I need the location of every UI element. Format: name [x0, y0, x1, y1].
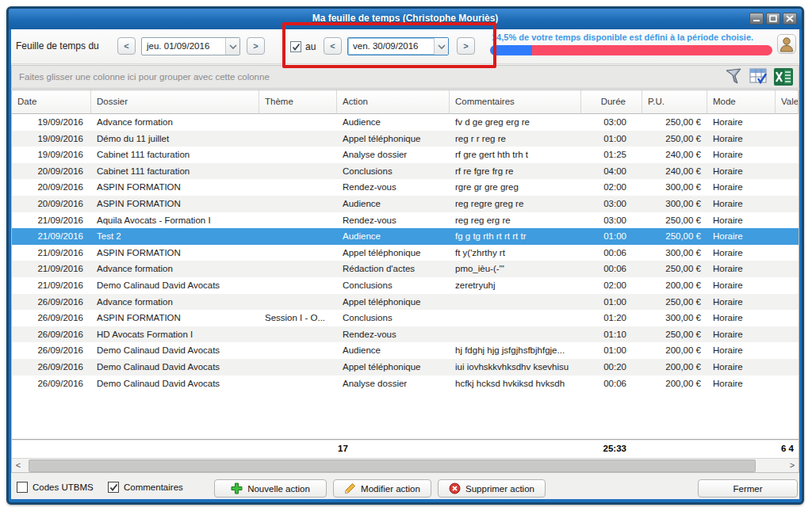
table-row[interactable]: 21/09/2016ASPIN FORMATIONAppel téléphoni…: [12, 245, 799, 261]
user-button[interactable]: [777, 34, 796, 54]
column-header-commentaires[interactable]: Commentaires: [450, 90, 581, 114]
cell-pu: 250,00 €: [642, 294, 707, 311]
table-row[interactable]: 21/09/2016Aquila Avocats - Formation IRe…: [12, 212, 799, 229]
table-body: 19/09/2016Advance formationAudiencefv d …: [12, 114, 799, 391]
table-row[interactable]: 26/09/2016Advance formationAppel télépho…: [12, 294, 799, 311]
table-row[interactable]: 26/09/2016Demo Calinaud David AvocatsAna…: [12, 376, 799, 392]
filter-button[interactable]: [724, 67, 745, 86]
cell-dossier: ASPIN FORMATION: [91, 179, 259, 196]
column-header-mode[interactable]: Mode: [707, 90, 776, 114]
table-row[interactable]: 19/09/2016Démo du 11 juilletAppel téléph…: [12, 131, 799, 147]
codes-utbms-checkbox[interactable]: [17, 482, 28, 493]
table-row[interactable]: 20/09/2016ASPIN FORMATIONAudiencereg reg…: [12, 196, 799, 212]
cell-theme: [259, 359, 337, 376]
new-action-button[interactable]: Nouvelle action: [214, 479, 327, 498]
table-row[interactable]: 21/09/2016Demo Calinaud David AvocatsCon…: [12, 277, 799, 294]
cell-commentaires: rgre gr gre greg: [450, 179, 581, 196]
to-date-select[interactable]: ven. 30/09/2016: [347, 37, 449, 55]
commentaires-checkbox[interactable]: [108, 482, 119, 493]
minimize-icon: [753, 15, 760, 22]
cell-date: 26/09/2016: [12, 359, 91, 376]
from-date-select[interactable]: jeu. 01/09/2016: [141, 37, 240, 55]
cell-action: Rédaction d'actes: [337, 261, 450, 277]
cell-action: Appel téléphonique: [337, 131, 450, 147]
grid-empty-area: [12, 391, 799, 439]
table-row[interactable]: 26/09/2016Demo Calinaud David AvocatsAud…: [12, 342, 799, 359]
cell-mode: Horaire: [707, 179, 776, 196]
cell-pu: 200,00 €: [642, 277, 707, 294]
cell-mode: Horaire: [707, 245, 776, 261]
table-row[interactable]: 21/09/2016Test 2Audiencefg g tg rth rt r…: [12, 228, 799, 245]
cell-vale: [776, 245, 799, 261]
minimize-button[interactable]: [749, 13, 764, 25]
title-bar[interactable]: Ma feuille de temps (Christophe Mouriès): [9, 9, 802, 29]
cell-date: 26/09/2016: [12, 342, 91, 359]
summary-count: 17: [337, 440, 450, 458]
cell-date: 26/09/2016: [12, 376, 91, 392]
table-row[interactable]: 19/09/2016Advance formationAudiencefv d …: [12, 114, 799, 131]
from-date-dropdown[interactable]: [225, 38, 239, 55]
cell-duree: 00:06: [581, 261, 642, 277]
to-date-dropdown[interactable]: [434, 38, 448, 55]
edit-action-button[interactable]: Modifier action: [333, 479, 431, 498]
cell-commentaires: reg regre greg re: [450, 196, 581, 212]
horizontal-scrollbar[interactable]: < >: [12, 458, 799, 472]
scroll-left-arrow[interactable]: <: [12, 459, 25, 471]
cell-dossier: Advance formation: [91, 114, 259, 131]
table-row[interactable]: 26/09/2016ASPIN FORMATIONSession I - O..…: [12, 310, 799, 326]
to-date-value: ven. 30/09/2016: [353, 41, 419, 51]
column-header-dossier[interactable]: Dossier: [91, 90, 259, 114]
cell-vale: [776, 163, 799, 180]
to-date-prev-button[interactable]: <: [324, 37, 342, 55]
close-button[interactable]: [783, 13, 797, 25]
cell-mode: Horaire: [707, 114, 776, 131]
cell-vale: [776, 114, 799, 131]
table-row[interactable]: 20/09/2016Cabinet 111 facturationConclus…: [12, 163, 799, 180]
scroll-right-arrow[interactable]: >: [786, 459, 799, 471]
cell-action: Conclusions: [337, 163, 450, 180]
cell-date: 20/09/2016: [12, 196, 91, 212]
column-header-pu[interactable]: P.U.: [642, 90, 707, 114]
cell-pu: 300,00 €: [642, 196, 707, 212]
table-row[interactable]: 26/09/2016HD Avocats Formation IRendez-v…: [12, 326, 799, 343]
cell-action: Audience: [337, 114, 450, 131]
commentaires-label: Commentaires: [124, 482, 183, 492]
cell-vale: [776, 342, 799, 359]
cell-vale: [776, 228, 799, 245]
export-excel-button[interactable]: [773, 67, 794, 86]
column-header-duree[interactable]: Durée: [581, 90, 642, 114]
table-row[interactable]: 20/09/2016ASPIN FORMATIONRendez-vousrgre…: [12, 179, 799, 196]
column-header-vale[interactable]: Valeur: [776, 90, 799, 114]
from-date-prev-button[interactable]: <: [117, 37, 136, 55]
cell-duree: 00:06: [581, 245, 642, 261]
from-date-next-button[interactable]: >: [247, 37, 265, 55]
column-header-date[interactable]: Date: [12, 90, 91, 114]
chevron-down-icon: [438, 44, 446, 50]
to-date-next-button[interactable]: >: [457, 37, 475, 55]
maximize-button[interactable]: [766, 13, 780, 25]
column-chooser-button[interactable]: [749, 67, 769, 86]
column-header-theme[interactable]: Thème: [259, 90, 337, 114]
codes-utbms-label: Codes UTBMS: [33, 482, 94, 492]
table-row[interactable]: 26/09/2016Demo Calinaud David AvocatsApp…: [12, 359, 799, 376]
group-by-bar[interactable]: Faites glisser une colonne ici pour grou…: [11, 65, 799, 89]
cell-duree: 01:25: [581, 147, 642, 163]
filter-label: Feuille de temps du: [16, 40, 99, 51]
cell-vale: [776, 196, 799, 212]
cell-duree: 01:00: [581, 131, 642, 147]
cell-pu: 250,00 €: [642, 261, 707, 277]
table-row[interactable]: 21/09/2016Advance formationRédaction d'a…: [12, 261, 799, 277]
cell-dossier: Démo du 11 juillet: [91, 131, 259, 147]
cell-dossier: Aquila Avocats - Formation I: [91, 212, 259, 229]
scrollbar-thumb[interactable]: [29, 460, 756, 472]
au-checkbox[interactable]: [290, 41, 301, 52]
cell-commentaires: [450, 294, 581, 311]
cell-theme: [259, 163, 337, 180]
cell-date: 26/09/2016: [12, 310, 91, 326]
delete-action-button[interactable]: Supprimer action: [438, 479, 546, 498]
cell-duree: 00:20: [581, 359, 642, 376]
table-row[interactable]: 19/09/2016Cabinet 111 facturationAnalyse…: [12, 147, 799, 163]
column-header-action[interactable]: Action: [337, 90, 450, 114]
cell-action: Appel téléphonique: [337, 359, 450, 376]
close-dialog-button[interactable]: Fermer: [698, 479, 798, 498]
